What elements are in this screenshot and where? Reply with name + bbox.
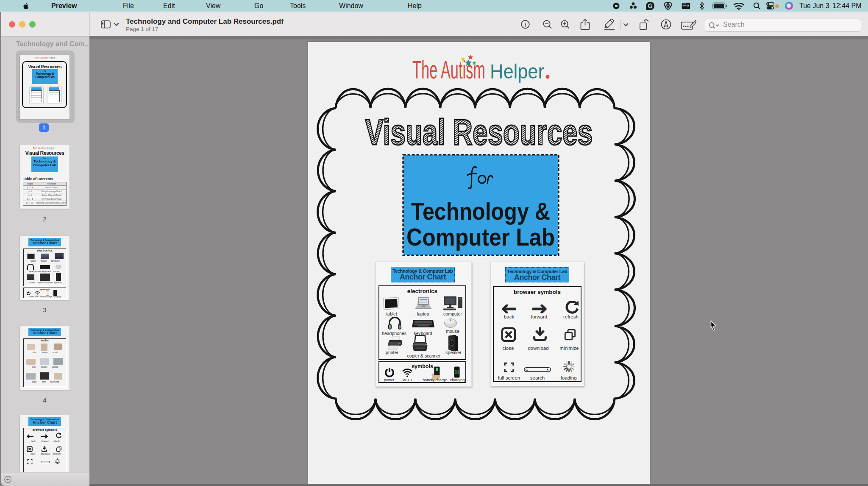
svg-text:Computer Lab: Computer Lab [406, 223, 555, 251]
svg-text:Visual Resources: Visual Resources [365, 112, 593, 152]
svg-text:i: i [525, 22, 526, 28]
svg-text:Technology &: Technology & [411, 197, 550, 225]
